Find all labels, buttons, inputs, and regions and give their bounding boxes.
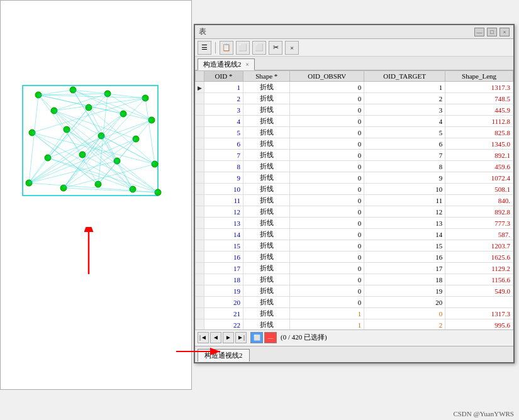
annotation-arrow-horizontal — [176, 345, 226, 360]
cell-shape: 折线 — [243, 229, 290, 240]
table-row: 11折线011840. — [196, 195, 513, 206]
row-indicator — [196, 251, 204, 263]
nav-icon-table[interactable]: ⬜ — [250, 332, 263, 343]
toolbar: ☰ 📋 ⬜ ⬜ ✂ × — [195, 39, 513, 57]
toolbar-copy-btn[interactable]: 📋 — [220, 41, 233, 55]
row-indicator — [196, 184, 204, 195]
cell-length: 748.5 — [445, 93, 513, 104]
cell-obsrv: 0 — [290, 206, 364, 218]
window-controls: — □ × — [474, 28, 510, 36]
cell-target: 6 — [364, 138, 445, 150]
svg-line-32 — [54, 98, 145, 111]
table-row: 18折线0181156.6 — [196, 274, 513, 285]
cell-length: 1129.2 — [445, 263, 513, 274]
cell-shape: 折线 — [243, 150, 290, 161]
cell-oid: 4 — [204, 116, 243, 127]
col-length[interactable]: Shape_Leng — [445, 71, 513, 82]
table-tab-close[interactable]: × — [245, 61, 249, 68]
cell-length: 1625.6 — [445, 251, 513, 263]
toolbar-sep1 — [215, 42, 216, 53]
cell-shape: 折线 — [243, 218, 290, 229]
cell-length: 777.3 — [445, 218, 513, 229]
cell-target: 1 — [364, 82, 445, 93]
nav-prev-btn[interactable]: ◄ — [210, 332, 221, 343]
nav-next-btn[interactable]: ► — [223, 332, 234, 343]
cell-target: 3 — [364, 104, 445, 116]
svg-line-22 — [38, 95, 145, 98]
row-indicator — [196, 319, 204, 331]
cell-oid: 13 — [204, 218, 243, 229]
nav-first-btn[interactable]: |◄ — [198, 332, 209, 343]
row-indicator — [196, 138, 204, 150]
cell-obsrv: 0 — [290, 297, 364, 308]
table-container[interactable]: OID * Shape * OID_OBSRV OID_TARGET Shape… — [195, 70, 513, 340]
cell-obsrv: 0 — [290, 263, 364, 274]
row-indicator — [196, 229, 204, 240]
cell-oid: 17 — [204, 263, 243, 274]
row-indicator — [196, 104, 204, 116]
row-indicator — [196, 161, 204, 172]
cell-shape: 折线 — [243, 116, 290, 127]
cell-target: 4 — [364, 116, 445, 127]
cell-obsrv: 0 — [290, 150, 364, 161]
table-row: 9折线091072.4 — [196, 172, 513, 184]
red-arrow-annotation — [79, 227, 98, 280]
table-row: 2折线02748.5 — [196, 93, 513, 104]
cell-oid: 7 — [204, 150, 243, 161]
cell-shape: 折线 — [243, 251, 290, 263]
cell-obsrv: 0 — [290, 274, 364, 285]
cell-shape: 折线 — [243, 127, 290, 138]
window-title: 表 — [199, 26, 206, 37]
col-obsrv[interactable]: OID_OBSRV — [290, 71, 364, 82]
cell-target: 13 — [364, 218, 445, 229]
close-button[interactable]: × — [499, 28, 510, 36]
cell-length: 508.1 — [445, 184, 513, 195]
svg-line-73 — [145, 98, 155, 164]
cell-oid: 21 — [204, 308, 243, 319]
cell-shape: 折线 — [243, 93, 290, 104]
cell-obsrv: 1 — [290, 319, 364, 331]
cell-target: 15 — [364, 240, 445, 251]
col-target[interactable]: OID_TARGET — [364, 71, 445, 82]
toolbar-delete-btn[interactable]: ✂ — [269, 41, 282, 55]
row-indicator — [196, 150, 204, 161]
cell-target: 2 — [364, 319, 445, 331]
cell-length: 892.1 — [445, 150, 513, 161]
cell-length: 549.0 — [445, 285, 513, 297]
cell-target: 14 — [364, 229, 445, 240]
toolbar-clear-btn[interactable]: × — [285, 41, 299, 55]
cell-obsrv: 1 — [290, 308, 364, 319]
col-oid[interactable]: OID * — [204, 71, 243, 82]
table-row: ▶1折线011317.3 — [196, 82, 513, 93]
row-indicator — [196, 93, 204, 104]
cell-shape: 折线 — [243, 263, 290, 274]
nav-last-btn[interactable]: ►| — [235, 332, 247, 343]
cell-target: 16 — [364, 251, 445, 263]
cell-target: 0 — [364, 308, 445, 319]
restore-button[interactable]: □ — [487, 28, 497, 36]
nav-icon-select[interactable]: — — [264, 332, 277, 343]
cell-shape: 折线 — [243, 285, 290, 297]
toolbar-menu-btn[interactable]: ☰ — [198, 41, 211, 55]
cell-target: 9 — [364, 172, 445, 184]
bottom-tab-strip: 构造通视线2 — [195, 346, 513, 362]
table-row: 16折线0161625.6 — [196, 251, 513, 263]
minimize-button[interactable]: — — [474, 28, 484, 36]
col-shape[interactable]: Shape * — [243, 71, 290, 82]
cell-shape: 折线 — [243, 104, 290, 116]
toolbar-select-btn[interactable]: ⬜ — [236, 41, 250, 55]
svg-line-60 — [64, 98, 145, 188]
cell-target: 11 — [364, 195, 445, 206]
cell-obsrv: 0 — [290, 229, 364, 240]
toolbar-filter-btn[interactable]: ⬜ — [252, 41, 266, 55]
cell-obsrv: 0 — [290, 285, 364, 297]
cell-obsrv: 0 — [290, 218, 364, 229]
table-tab[interactable]: 构造通视线2 × — [198, 58, 255, 70]
row-indicator — [196, 263, 204, 274]
row-indicator — [196, 285, 204, 297]
cell-obsrv: 0 — [290, 127, 364, 138]
cell-shape: 折线 — [243, 206, 290, 218]
cell-oid: 8 — [204, 161, 243, 172]
table-row: 6折线061345.0 — [196, 138, 513, 150]
cell-target: 12 — [364, 206, 445, 218]
